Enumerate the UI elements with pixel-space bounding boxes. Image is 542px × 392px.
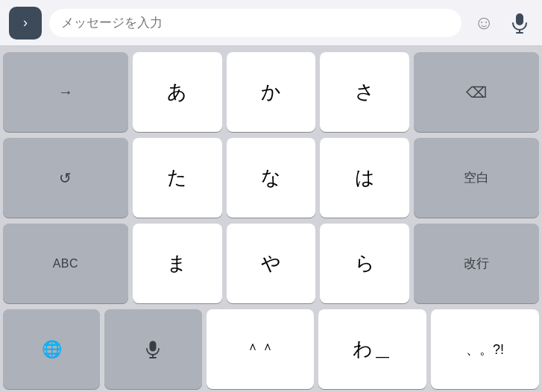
key-wa[interactable]: わ＿ [318,309,426,389]
keyboard-row-1: → あ か さ ⌫ [3,52,539,132]
emoji-button[interactable]: ☺ [469,8,499,38]
key-sa[interactable]: さ [320,52,409,132]
abc-label: ABC [53,257,78,271]
delete-icon: ⌫ [466,83,487,101]
key-ra[interactable]: ら [320,224,409,303]
message-input[interactable] [49,9,461,37]
arrow-icon: → [58,83,73,101]
key-punctuation[interactable]: 、。?! [431,309,539,389]
top-bar: › ☺ [0,0,542,46]
abc-key[interactable]: ABC [3,224,128,303]
key-ma[interactable]: ま [133,224,222,303]
arrow-key[interactable]: → [3,52,128,132]
delete-key[interactable]: ⌫ [414,52,539,132]
globe-icon: 🌐 [42,340,62,359]
microphone-button-top[interactable] [506,10,533,37]
space-label: 空白 [464,169,489,186]
globe-key[interactable]: 🌐 [3,309,100,389]
keyboard-row-4: 🌐 ＾＾ わ＿ 、。?! [3,309,539,389]
space-key[interactable]: 空白 [414,138,539,218]
undo-icon: ↺ [59,169,72,187]
key-caret[interactable]: ＾＾ [207,309,315,389]
return-label: 改行 [464,255,489,272]
keyboard: → あ か さ ⌫ ↺ た な は 空白 [0,46,542,392]
keyboard-row-2: ↺ た な は 空白 [3,138,539,218]
key-ha[interactable]: は [320,138,409,218]
expand-icon: › [23,15,28,31]
keyboard-row-3: ABC ま や ら 改行 [3,224,539,303]
return-key[interactable]: 改行 [414,224,539,303]
microphone-icon-top [511,13,528,34]
key-ka[interactable]: か [227,52,316,132]
microphone-icon [146,341,160,358]
expand-button[interactable]: › [9,7,42,39]
undo-key[interactable]: ↺ [3,138,128,218]
key-a[interactable]: あ [133,52,222,132]
microphone-key[interactable] [104,309,201,389]
svg-rect-3 [150,341,157,351]
svg-rect-0 [516,13,523,25]
emoji-icon: ☺ [474,11,494,34]
key-ta[interactable]: た [133,138,222,218]
key-na[interactable]: な [227,138,316,218]
key-ya[interactable]: や [227,224,316,303]
